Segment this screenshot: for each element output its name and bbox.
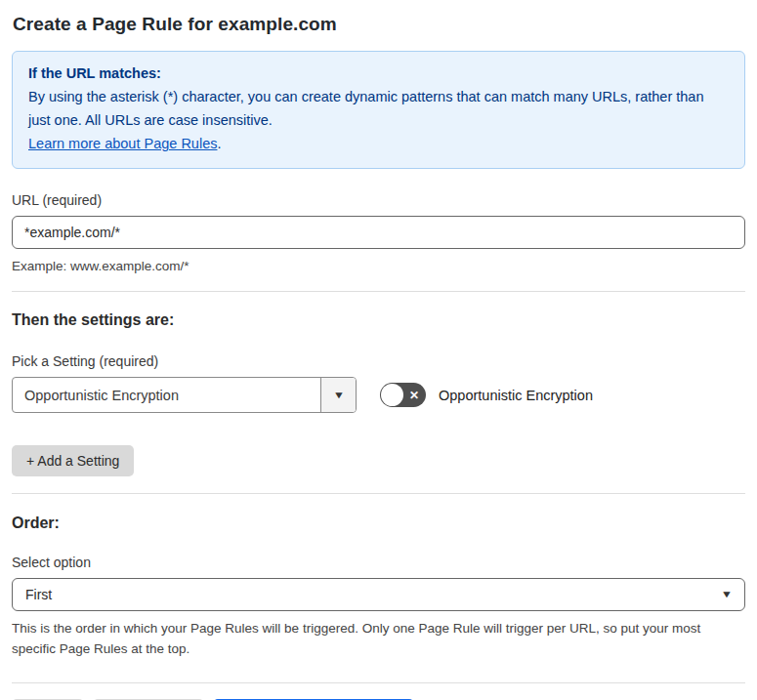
- setting-select-arrow-button[interactable]: ▼: [320, 378, 356, 412]
- setting-select[interactable]: Opportunistic Encryption ▼: [12, 377, 357, 413]
- info-banner-body: By using the asterisk (*) character, you…: [28, 85, 729, 132]
- order-select-value: First: [25, 587, 722, 602]
- toggle-knob: [381, 384, 403, 406]
- chevron-down-icon: ▼: [721, 590, 733, 599]
- order-helper-text: This is the order in which your Page Rul…: [12, 618, 745, 659]
- url-field-label: URL (required): [12, 192, 745, 208]
- settings-section-heading: Then the settings are:: [12, 311, 745, 329]
- link-suffix: .: [217, 136, 221, 151]
- divider-after-url: [12, 291, 745, 292]
- divider-after-settings: [12, 493, 745, 494]
- url-input[interactable]: [12, 216, 745, 249]
- add-setting-button[interactable]: + Add a Setting: [12, 445, 134, 476]
- info-banner-heading: If the URL matches:: [28, 62, 729, 85]
- order-select[interactable]: First ▼: [12, 578, 745, 611]
- setting-select-value: Opportunistic Encryption: [13, 378, 320, 412]
- url-matches-info-banner: If the URL matches: By using the asteris…: [12, 51, 745, 169]
- learn-more-link[interactable]: Learn more about Page Rules: [28, 136, 217, 151]
- page-title: Create a Page Rule for example.com: [13, 14, 745, 35]
- info-banner-link-line: Learn more about Page Rules.: [28, 132, 729, 155]
- setting-row: Opportunistic Encryption ▼ ✕ Opportunist…: [12, 377, 745, 413]
- opportunistic-encryption-toggle[interactable]: ✕: [380, 383, 426, 407]
- chevron-down-icon: ▼: [332, 391, 344, 400]
- order-select-label: Select option: [12, 555, 745, 570]
- order-section-heading: Order:: [12, 515, 745, 532]
- toggle-off-icon: ✕: [409, 390, 419, 401]
- toggle-setting-label: Opportunistic Encryption: [439, 388, 593, 403]
- divider-before-actions: [12, 682, 745, 683]
- pick-setting-label: Pick a Setting (required): [12, 353, 745, 369]
- url-example-helper: Example: www.example.com/*: [12, 256, 745, 276]
- create-page-rule-form: Create a Page Rule for example.com If th…: [0, 0, 757, 700]
- opportunistic-encryption-toggle-group: ✕ Opportunistic Encryption: [380, 383, 593, 407]
